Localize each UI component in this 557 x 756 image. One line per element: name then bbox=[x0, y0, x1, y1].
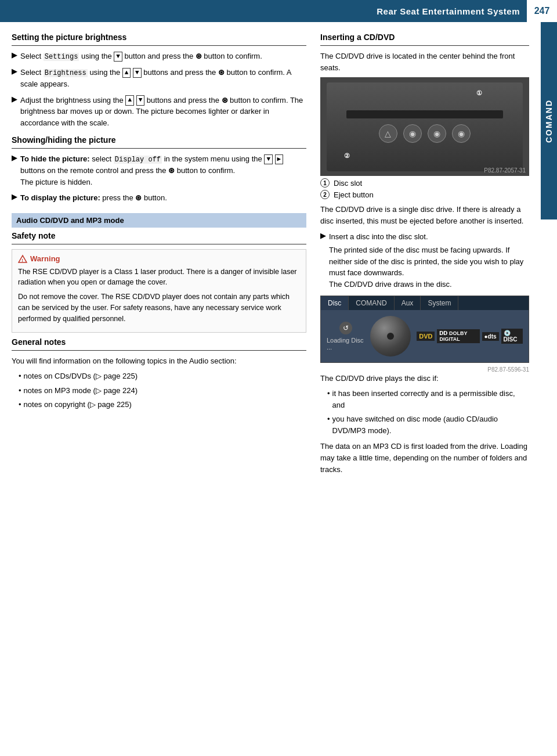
player-disc-graphic bbox=[370, 316, 411, 357]
display-bullet: ▶ To display the picture: press the ⊛ bu… bbox=[12, 192, 306, 204]
divider-right bbox=[320, 45, 529, 46]
compact-disc-logo-text: 💿 DISC bbox=[504, 330, 520, 343]
loading-circle-icon: ↺ bbox=[339, 322, 352, 334]
dolby-logo: 𝗗𝗗 DOLBY DIGITAL bbox=[437, 329, 479, 343]
disc-slot-image: △ ◉ ◉ ◉ ① ② P82.87-2057-31 bbox=[320, 77, 529, 176]
callout-2-label: 2 Eject button bbox=[320, 190, 529, 199]
dot: • bbox=[327, 388, 330, 399]
general-bullet-3-text: notes on copyright (▷ page 225) bbox=[24, 399, 132, 411]
logos-row: DVD 𝗗𝗗 DOLBY DIGITAL ●dts 💿 DISC bbox=[417, 329, 523, 344]
insert-disc-text: Insert a disc into the disc slot. The pr… bbox=[329, 231, 529, 290]
right-column: Inserting a CD/DVD The CD/DVD drive is l… bbox=[320, 33, 529, 480]
key-down3: ▼ bbox=[136, 95, 145, 105]
disc-slot-inner: △ ◉ ◉ ◉ ① ② bbox=[327, 82, 523, 171]
disc-bullet-1: • it has been inserted correctly and is … bbox=[327, 388, 529, 411]
btn3-graphic: ◉ bbox=[428, 124, 446, 143]
key-down: ▼ bbox=[114, 52, 122, 62]
section-brightness: Setting the picture brightness ▶ Select … bbox=[12, 33, 306, 128]
warning-para1: The RSE CD/DVD player is a Class 1 laser… bbox=[18, 267, 300, 289]
dvd-logo-text: DVD bbox=[419, 333, 432, 340]
insert-cd-heading: Inserting a CD/DVD bbox=[320, 33, 529, 42]
page-number: 247 bbox=[527, 0, 557, 22]
display-bullet-text: To display the picture: press the ⊛ butt… bbox=[20, 192, 306, 204]
disc-slot-controls: △ ◉ ◉ ◉ bbox=[379, 124, 471, 143]
image-caption-1: P82.87-2057-31 bbox=[484, 167, 526, 174]
brightness-bullet-3-text: Adjust the brightness using the ▲ ▼ butt… bbox=[20, 95, 306, 129]
player-tabs: Disc COMAND Aux System bbox=[321, 296, 529, 310]
section-insert-cd: Inserting a CD/DVD The CD/DVD drive is l… bbox=[320, 33, 529, 290]
general-notes-section: General notes You will find information … bbox=[12, 337, 306, 411]
dts-logo-text: ●dts bbox=[484, 333, 497, 340]
key-right: ▶ bbox=[275, 154, 284, 164]
header-title: Rear Seat Entertainment System bbox=[0, 6, 527, 16]
hide-bullet: ▶ To hide the picture: select Display of… bbox=[12, 153, 306, 188]
player-image-caption: P82.87-5596-31 bbox=[320, 366, 529, 373]
hide-bullet-text: To hide the picture: select Display off … bbox=[20, 153, 306, 188]
arrow-icon: ▶ bbox=[12, 193, 17, 201]
side-tab-label: COMAND bbox=[544, 99, 554, 143]
player-ui: Disc COMAND Aux System ↺ Loading Disc ..… bbox=[320, 296, 529, 363]
player-loading-area: ↺ Loading Disc ... bbox=[327, 322, 364, 351]
disc-bullet-1-text: it has been inserted correctly and is a … bbox=[332, 388, 529, 411]
key-down2: ▼ bbox=[133, 68, 142, 78]
general-notes-intro: You will find information on the followi… bbox=[12, 355, 306, 367]
general-bullet-2: • notes on MP3 mode (▷ page 224) bbox=[19, 385, 306, 397]
key-up2: ▲ bbox=[125, 95, 134, 105]
general-notes-heading: General notes bbox=[12, 337, 306, 347]
arrow-icon: ▶ bbox=[320, 232, 325, 240]
player-body: ↺ Loading Disc ... DVD 𝗗𝗗 DOLBY DIGITAL bbox=[321, 310, 529, 362]
side-tab: COMAND bbox=[541, 22, 557, 219]
disc-logo: 💿 DISC bbox=[501, 329, 523, 344]
callout-1-text: Disc slot bbox=[334, 179, 362, 188]
key-down4: ▼ bbox=[264, 154, 273, 164]
disc-plays-intro: The CD/DVD drive plays the disc if: bbox=[320, 373, 529, 384]
audio-cd-box: Audio CD/DVD and MP3 mode bbox=[12, 213, 306, 228]
dvd-logo: DVD bbox=[417, 332, 435, 341]
num-circle-1: 1 bbox=[320, 178, 330, 188]
svg-text:!: ! bbox=[21, 257, 23, 262]
callout-2-text: Eject button bbox=[334, 190, 374, 199]
insert-disc-bullet: ▶ Insert a disc into the disc slot. The … bbox=[320, 231, 529, 290]
dts-logo: ●dts bbox=[482, 332, 499, 341]
insert-disc-sub: The printed side of the disc must be fac… bbox=[329, 244, 529, 290]
general-bullet-1-text: notes on CDs/DVDs (▷ page 225) bbox=[24, 370, 138, 382]
arrow-icon: ▶ bbox=[12, 154, 17, 162]
dolby-logo-text: 𝗗𝗗 DOLBY DIGITAL bbox=[439, 330, 477, 342]
section-disc-plays: The CD/DVD drive plays the disc if: • it… bbox=[320, 373, 529, 476]
warning-box: ! Warning The RSE CD/DVD player is a Cla… bbox=[12, 249, 306, 333]
section-brightness-heading: Setting the picture brightness bbox=[12, 33, 306, 42]
loading-text: Loading Disc ... bbox=[327, 337, 364, 351]
arrow-icon: ▶ bbox=[12, 67, 17, 75]
brightness-bullet-1: ▶ Select Settings using the ▼ button and… bbox=[12, 51, 306, 62]
divider bbox=[12, 45, 306, 46]
callout-1-label: 1 Disc slot bbox=[320, 178, 529, 188]
dot-icon: • bbox=[19, 370, 21, 382]
tab-comand[interactable]: COMAND bbox=[349, 296, 394, 310]
warning-icon: ! bbox=[18, 254, 27, 264]
code-settings: Settings bbox=[44, 53, 79, 61]
tab-disc[interactable]: Disc bbox=[321, 296, 349, 310]
tab-system[interactable]: System bbox=[421, 296, 458, 310]
divider3 bbox=[12, 244, 306, 244]
arrow-icon: ▶ bbox=[12, 95, 17, 103]
general-bullet-1: • notes on CDs/DVDs (▷ page 225) bbox=[19, 370, 306, 382]
safety-note-heading: Safety note bbox=[12, 231, 306, 240]
brightness-bullet-3: ▶ Adjust the brightness using the ▲ ▼ bu… bbox=[12, 95, 306, 129]
left-column: Setting the picture brightness ▶ Select … bbox=[12, 33, 306, 480]
tab-aux[interactable]: Aux bbox=[395, 296, 421, 310]
player-logos: DVD 𝗗𝗗 DOLBY DIGITAL ●dts 💿 DISC bbox=[417, 329, 523, 344]
warning-title: ! Warning bbox=[18, 254, 300, 264]
callout-1: ① bbox=[476, 89, 482, 97]
player-disc-hole bbox=[387, 333, 394, 340]
code-brightness: Brightness bbox=[44, 69, 88, 77]
eject-btn-graphic: △ bbox=[379, 124, 397, 143]
dot-icon: • bbox=[19, 385, 21, 397]
brightness-bullet-1-text: Select Settings using the ▼ button and p… bbox=[20, 51, 306, 62]
callout-2: ② bbox=[344, 152, 350, 160]
dot: • bbox=[327, 413, 330, 425]
divider2 bbox=[12, 148, 306, 149]
section-show-hide-heading: Showing/hiding the picture bbox=[12, 135, 306, 145]
closing-text: The data on an MP3 CD is first loaded fr… bbox=[320, 441, 529, 476]
arrow-icon: ▶ bbox=[12, 51, 17, 59]
triangle-warning-icon: ! bbox=[18, 254, 27, 264]
